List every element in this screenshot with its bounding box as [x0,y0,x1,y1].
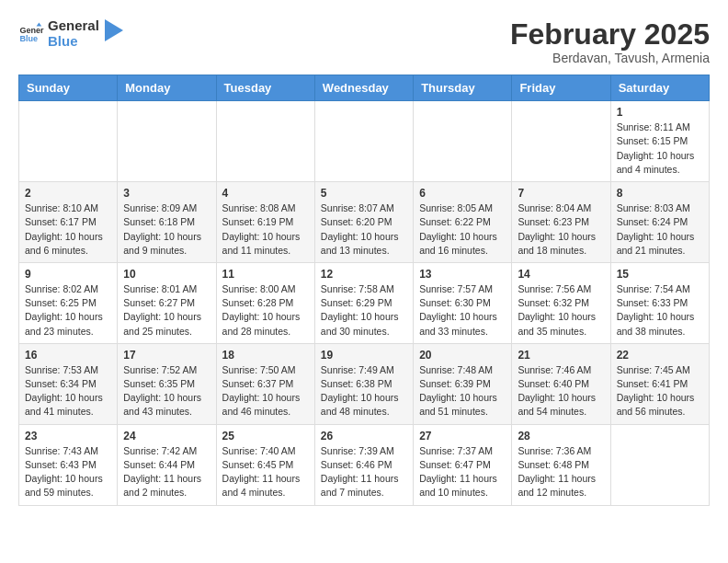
calendar-cell: 22Sunrise: 7:45 AM Sunset: 6:41 PM Dayli… [610,343,709,424]
day-info: Sunrise: 8:02 AM Sunset: 6:25 PM Dayligh… [25,282,111,339]
calendar-cell [414,101,512,182]
svg-text:Blue: Blue [19,34,38,43]
day-number: 16 [25,349,111,362]
calendar-cell: 26Sunrise: 7:39 AM Sunset: 6:46 PM Dayli… [314,424,413,505]
page-title: February 2025 [510,18,710,51]
calendar-cell: 19Sunrise: 7:49 AM Sunset: 6:38 PM Dayli… [314,343,413,424]
calendar-cell: 23Sunrise: 7:43 AM Sunset: 6:43 PM Dayli… [19,424,118,505]
svg-text:General: General [19,25,44,34]
calendar-cell: 11Sunrise: 8:00 AM Sunset: 6:28 PM Dayli… [216,262,314,343]
calendar-cell: 15Sunrise: 7:54 AM Sunset: 6:33 PM Dayli… [610,262,709,343]
calendar-cell: 18Sunrise: 7:50 AM Sunset: 6:37 PM Dayli… [216,343,314,424]
day-info: Sunrise: 7:37 AM Sunset: 6:47 PM Dayligh… [419,444,506,500]
calendar-cell: 21Sunrise: 7:46 AM Sunset: 6:40 PM Dayli… [512,343,610,424]
day-number: 4 [222,187,309,200]
page-header: General Blue General Blue February 2025 … [18,18,710,65]
title-block: February 2025 Berdavan, Tavush, Armenia [510,18,710,65]
day-number: 13 [419,268,506,281]
calendar-cell: 8Sunrise: 8:03 AM Sunset: 6:24 PM Daylig… [610,182,709,263]
day-info: Sunrise: 7:39 AM Sunset: 6:46 PM Dayligh… [321,444,407,500]
calendar-cell: 2Sunrise: 8:10 AM Sunset: 6:17 PM Daylig… [19,182,118,263]
day-number: 28 [518,430,604,442]
day-info: Sunrise: 8:00 AM Sunset: 6:28 PM Dayligh… [222,282,309,339]
calendar-week-row: 2Sunrise: 8:10 AM Sunset: 6:17 PM Daylig… [19,182,710,263]
calendar-week-row: 23Sunrise: 7:43 AM Sunset: 6:43 PM Dayli… [19,424,710,505]
weekday-header: Monday [118,75,216,101]
calendar-cell: 10Sunrise: 8:01 AM Sunset: 6:27 PM Dayli… [118,262,216,343]
calendar-cell [610,424,709,505]
day-number: 7 [518,187,604,200]
day-info: Sunrise: 7:53 AM Sunset: 6:34 PM Dayligh… [25,363,111,419]
day-number: 24 [123,430,210,442]
day-number: 18 [222,349,309,362]
day-info: Sunrise: 7:56 AM Sunset: 6:32 PM Dayligh… [518,282,604,339]
calendar-header: SundayMondayTuesdayWednesdayThursdayFrid… [19,75,710,101]
day-info: Sunrise: 8:10 AM Sunset: 6:17 PM Dayligh… [25,201,111,258]
calendar-cell [216,101,314,182]
calendar-table: SundayMondayTuesdayWednesdayThursdayFrid… [18,75,710,505]
day-info: Sunrise: 8:05 AM Sunset: 6:22 PM Dayligh… [419,201,506,258]
day-info: Sunrise: 7:40 AM Sunset: 6:45 PM Dayligh… [222,444,309,500]
day-info: Sunrise: 7:52 AM Sunset: 6:35 PM Dayligh… [123,363,210,419]
logo-blue: Blue [48,34,99,50]
calendar-cell [512,101,610,182]
day-number: 19 [321,349,407,362]
calendar-cell: 13Sunrise: 7:57 AM Sunset: 6:30 PM Dayli… [414,262,512,343]
day-info: Sunrise: 8:04 AM Sunset: 6:23 PM Dayligh… [518,201,604,258]
day-info: Sunrise: 7:48 AM Sunset: 6:39 PM Dayligh… [419,363,506,419]
day-info: Sunrise: 7:36 AM Sunset: 6:48 PM Dayligh… [518,444,604,500]
day-info: Sunrise: 7:57 AM Sunset: 6:30 PM Dayligh… [419,282,506,339]
day-number: 12 [321,268,407,281]
day-info: Sunrise: 7:42 AM Sunset: 6:44 PM Dayligh… [123,444,210,500]
day-info: Sunrise: 7:43 AM Sunset: 6:43 PM Dayligh… [25,444,111,500]
day-number: 25 [222,430,309,442]
day-number: 3 [123,187,210,200]
calendar-week-row: 9Sunrise: 8:02 AM Sunset: 6:25 PM Daylig… [19,262,710,343]
day-info: Sunrise: 8:11 AM Sunset: 6:15 PM Dayligh… [617,121,703,177]
day-number: 11 [222,268,309,281]
calendar-cell: 25Sunrise: 7:40 AM Sunset: 6:45 PM Dayli… [216,424,314,505]
day-number: 9 [25,268,111,281]
weekday-header: Friday [512,75,610,101]
day-number: 22 [617,349,703,362]
calendar-cell: 14Sunrise: 7:56 AM Sunset: 6:32 PM Dayli… [512,262,610,343]
calendar-cell: 20Sunrise: 7:48 AM Sunset: 6:39 PM Dayli… [414,343,512,424]
day-number: 27 [419,430,506,442]
calendar-week-row: 1Sunrise: 8:11 AM Sunset: 6:15 PM Daylig… [19,101,710,182]
day-number: 15 [617,268,703,281]
calendar-cell: 4Sunrise: 8:08 AM Sunset: 6:19 PM Daylig… [216,182,314,263]
day-number: 2 [25,187,111,200]
calendar-cell: 24Sunrise: 7:42 AM Sunset: 6:44 PM Dayli… [118,424,216,505]
day-number: 5 [321,187,407,200]
logo-icon: General Blue [18,21,44,47]
weekday-header: Saturday [610,75,709,101]
svg-marker-3 [105,19,123,41]
day-info: Sunrise: 8:08 AM Sunset: 6:19 PM Dayligh… [222,201,309,258]
day-info: Sunrise: 7:54 AM Sunset: 6:33 PM Dayligh… [617,282,703,339]
day-number: 14 [518,268,604,281]
day-info: Sunrise: 8:03 AM Sunset: 6:24 PM Dayligh… [617,201,703,258]
day-number: 26 [321,430,407,442]
calendar-cell [118,101,216,182]
weekday-header: Wednesday [314,75,413,101]
day-info: Sunrise: 7:50 AM Sunset: 6:37 PM Dayligh… [222,363,309,419]
calendar-cell: 5Sunrise: 8:07 AM Sunset: 6:20 PM Daylig… [314,182,413,263]
calendar-cell: 6Sunrise: 8:05 AM Sunset: 6:22 PM Daylig… [414,182,512,263]
day-info: Sunrise: 8:07 AM Sunset: 6:20 PM Dayligh… [321,201,407,258]
calendar-cell: 16Sunrise: 7:53 AM Sunset: 6:34 PM Dayli… [19,343,118,424]
weekday-header: Thursday [414,75,512,101]
day-number: 10 [123,268,210,281]
calendar-cell: 3Sunrise: 8:09 AM Sunset: 6:18 PM Daylig… [118,182,216,263]
logo: General Blue General Blue [18,18,123,49]
logo-general: General [48,18,99,34]
calendar-cell [19,101,118,182]
day-number: 21 [518,349,604,362]
day-number: 6 [419,187,506,200]
day-number: 17 [123,349,210,362]
calendar-cell: 27Sunrise: 7:37 AM Sunset: 6:47 PM Dayli… [414,424,512,505]
day-info: Sunrise: 7:58 AM Sunset: 6:29 PM Dayligh… [321,282,407,339]
calendar-cell: 17Sunrise: 7:52 AM Sunset: 6:35 PM Dayli… [118,343,216,424]
day-info: Sunrise: 8:09 AM Sunset: 6:18 PM Dayligh… [123,201,210,258]
day-number: 20 [419,349,506,362]
calendar-week-row: 16Sunrise: 7:53 AM Sunset: 6:34 PM Dayli… [19,343,710,424]
